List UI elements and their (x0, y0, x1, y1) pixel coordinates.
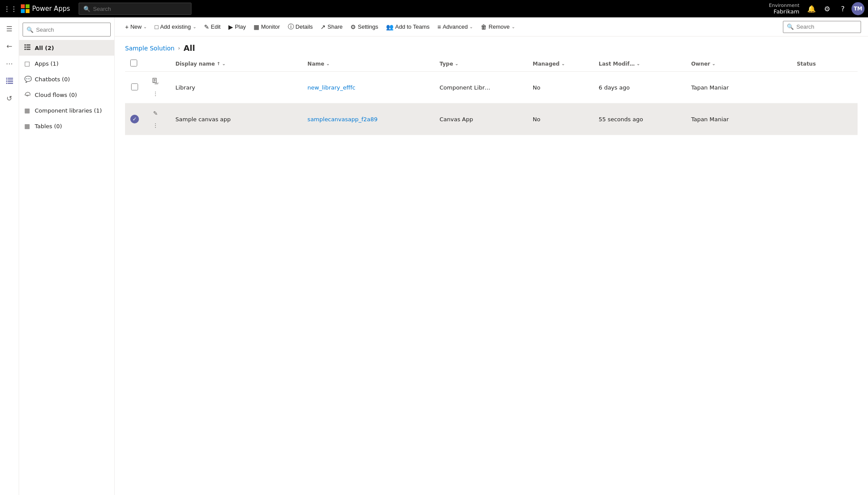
app-logo: Power Apps (21, 4, 70, 13)
icon-rail: ☰ ← ⋯ ↺ (0, 17, 19, 495)
details-button[interactable]: ⓘ Details (284, 20, 317, 34)
svg-rect-17 (26, 49, 30, 50)
row2-edit-icon[interactable]: ✎ (149, 107, 162, 119)
sidebar-item-tables-label: Tables (0) (35, 123, 109, 130)
header-status: Status (792, 56, 858, 72)
svg-rect-12 (24, 44, 26, 46)
svg-rect-26 (155, 83, 159, 83)
edit-button[interactable]: ✎ Edit (201, 20, 224, 34)
add-existing-button[interactable]: □ Add existing ⌄ (151, 20, 199, 34)
sidebar-item-component-libraries[interactable]: ▦ Component libraries (1) (19, 103, 114, 118)
svg-rect-0 (21, 4, 25, 8)
row1-status (792, 72, 858, 103)
sidebar-search-input[interactable] (36, 27, 107, 33)
row2-display-name: Sample canvas app (170, 103, 302, 135)
sidebar-item-tables[interactable]: ▦ Tables (0) (19, 118, 114, 134)
select-all-checkbox[interactable] (130, 60, 137, 66)
topbar: ⋮⋮ Power Apps 🔍 Environment Fabrikam 🔔 ⚙… (0, 0, 868, 17)
remove-caret-icon: ⌄ (512, 24, 515, 29)
add-existing-label: Add existing (160, 23, 191, 30)
svg-rect-25 (155, 83, 158, 84)
header-owner[interactable]: Owner ⌄ (686, 56, 792, 72)
header-managed[interactable]: Managed ⌄ (528, 56, 594, 72)
display-name-sort-icon: ↑ (217, 61, 220, 66)
managed-filter-icon[interactable]: ⌄ (561, 61, 565, 66)
app-name: Power Apps (32, 5, 70, 13)
tables-icon: ▦ (24, 123, 31, 130)
row1-more-icon[interactable]: ⋮ (149, 87, 162, 100)
table-header-row: Display name ↑ ⌄ Name ⌄ (125, 56, 858, 72)
settings-button[interactable]: ⚙ Settings (347, 20, 382, 34)
microsoft-logo-icon (21, 4, 30, 13)
header-type[interactable]: Type ⌄ (434, 56, 527, 72)
play-button[interactable]: ▶ Play (225, 20, 249, 34)
row1-component-icon (149, 75, 162, 87)
topbar-search-box[interactable]: 🔍 (79, 3, 191, 15)
table-row: ⋮ Library new_library_efffc Component Li… (125, 72, 858, 103)
breadcrumb-parent[interactable]: Sample Solution (125, 45, 175, 52)
header-name[interactable]: Name ⌄ (302, 56, 434, 72)
sidebar-item-apps-label: Apps (1) (35, 60, 109, 67)
avatar[interactable]: TM (851, 2, 865, 15)
main-content: Sample Solution › All (115, 37, 868, 495)
environment-info: Environment Fabrikam (769, 3, 799, 15)
teams-icon: 👥 (386, 23, 393, 30)
svg-rect-8 (6, 81, 7, 82)
breadcrumb-current: All (184, 43, 195, 53)
table-search-box[interactable]: 🔍 (783, 21, 861, 33)
rail-more-icon[interactable]: ⋯ (2, 56, 17, 71)
sidebar-item-chatbots-label: Chatbots (0) (35, 76, 109, 83)
display-name-filter-icon[interactable]: ⌄ (222, 61, 225, 66)
svg-rect-7 (8, 80, 13, 80)
add-to-teams-label: Add to Teams (395, 23, 429, 30)
notifications-icon[interactable]: 🔔 (805, 2, 818, 16)
add-to-teams-button[interactable]: 👥 Add to Teams (383, 20, 433, 34)
row1-last-modified: 6 days ago (594, 72, 686, 103)
rail-history-icon[interactable]: ↺ (2, 90, 17, 106)
topbar-search-input[interactable] (93, 6, 187, 12)
row1-name: new_library_efffc (302, 72, 434, 103)
environment-name: Fabrikam (774, 8, 799, 15)
rail-list-icon[interactable] (2, 73, 17, 89)
type-filter-icon[interactable]: ⌄ (455, 61, 459, 66)
advanced-button[interactable]: ≡ Advanced ⌄ (434, 20, 476, 34)
waffle-icon[interactable]: ⋮⋮ (3, 2, 17, 16)
right-panel: + New ⌄ □ Add existing ⌄ ✎ Edit ▶ Play ▦… (115, 17, 868, 495)
share-button[interactable]: ↗ Share (317, 20, 346, 34)
row1-checkbox[interactable] (131, 83, 138, 90)
help-icon[interactable]: ? (836, 2, 850, 16)
managed-label: Managed (533, 61, 560, 67)
remove-button[interactable]: 🗑 Remove ⌄ (477, 20, 518, 34)
monitor-button[interactable]: ▦ Monitor (250, 20, 283, 34)
settings-label: Settings (358, 23, 378, 30)
row2-managed: No (528, 103, 594, 135)
table-search-input[interactable] (796, 23, 857, 30)
all-icon (24, 44, 31, 52)
topbar-right: Environment Fabrikam 🔔 ⚙ ? TM (769, 2, 865, 16)
table-container: Display name ↑ ⌄ Name ⌄ (115, 56, 868, 135)
breadcrumb: Sample Solution › All (115, 37, 868, 56)
row2-more-icon[interactable]: ⋮ (149, 119, 162, 131)
table-search-icon: 🔍 (787, 23, 794, 30)
remove-icon: 🗑 (481, 23, 487, 30)
component-libraries-icon: ▦ (24, 107, 31, 114)
new-button[interactable]: + New ⌄ (122, 20, 150, 34)
name-filter-icon[interactable]: ⌄ (326, 61, 330, 66)
sidebar-search-box[interactable]: 🔍 (23, 23, 111, 37)
last-modified-filter-icon[interactable]: ⌄ (637, 61, 640, 66)
owner-filter-icon[interactable]: ⌄ (712, 61, 716, 66)
sidebar-item-cloud-flows[interactable]: Cloud flows (0) (19, 87, 114, 103)
header-display-name[interactable]: Display name ↑ ⌄ (170, 56, 302, 72)
last-modified-label: Last Modif… (599, 61, 635, 67)
settings-icon[interactable]: ⚙ (820, 2, 834, 16)
rail-menu-icon[interactable]: ☰ (2, 21, 17, 37)
header-last-modified[interactable]: Last Modif… ⌄ (594, 56, 686, 72)
sidebar-item-all[interactable]: All (2) (19, 40, 114, 56)
sidebar-item-apps[interactable]: □ Apps (1) (19, 56, 114, 71)
svg-rect-22 (154, 79, 155, 80)
row1-icons-cell: ⋮ (144, 72, 170, 103)
details-icon: ⓘ (288, 23, 294, 31)
rail-back-icon[interactable]: ← (2, 38, 17, 54)
sidebar-item-chatbots[interactable]: 💬 Chatbots (0) (19, 71, 114, 87)
svg-rect-3 (26, 9, 30, 13)
